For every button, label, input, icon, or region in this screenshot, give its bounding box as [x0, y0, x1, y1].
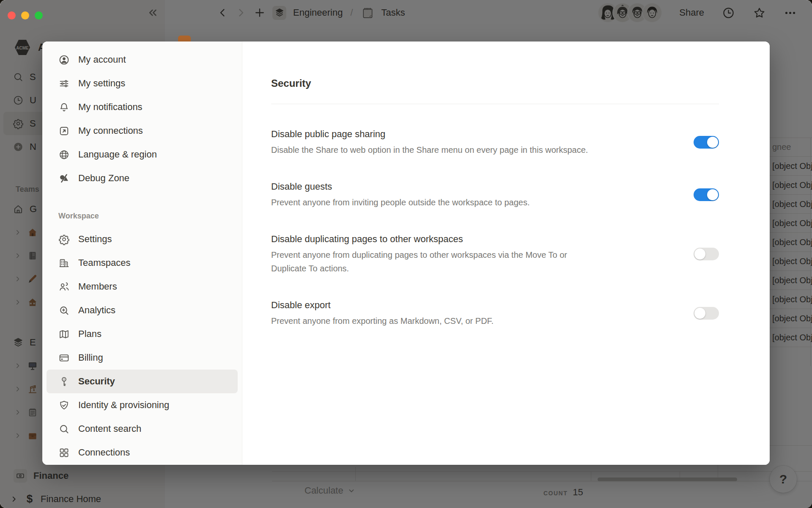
settings-sidebar-item[interactable]: Content search: [47, 417, 238, 441]
workspace-section-label: Workspace: [42, 210, 242, 222]
settings-item-label: Identity & provisioning: [78, 400, 169, 411]
settings-item-label: Security: [78, 376, 115, 387]
setting-description: Prevent anyone from inviting people outs…: [271, 196, 529, 209]
settings-item-label: My notifications: [78, 102, 143, 113]
toggle-knob: [707, 189, 718, 200]
settings-item-icon: [58, 102, 70, 113]
setting-toggle[interactable]: [694, 136, 719, 149]
setting-description: Prevent anyone from exporting as Markdow…: [271, 314, 494, 328]
settings-item-label: Content search: [78, 423, 141, 434]
security-setting-row: Disable export Prevent anyone from expor…: [271, 299, 719, 328]
settings-item-icon: [58, 400, 70, 411]
toggle-knob: [707, 137, 718, 148]
settings-page-title: Security: [271, 77, 719, 89]
settings-sidebar-item[interactable]: Teamspaces: [47, 251, 238, 275]
settings-item-label: Billing: [78, 352, 103, 363]
settings-item-icon: [58, 54, 70, 66]
settings-sidebar-item[interactable]: Analytics: [47, 298, 238, 322]
settings-modal: My account My settings My notifications …: [42, 41, 770, 465]
settings-sidebar-item[interactable]: Settings: [47, 227, 238, 251]
settings-item-label: Teamspaces: [78, 257, 131, 268]
security-setting-row: Disable public page sharing Disable the …: [271, 128, 719, 157]
settings-item-icon: [58, 352, 70, 364]
settings-item-label: Language & region: [78, 149, 157, 160]
notion-window: Engineering / Tasks Share ACME A: [0, 0, 812, 508]
settings-item-icon: [58, 329, 70, 340]
settings-item-label: Members: [78, 281, 117, 292]
settings-item-icon: [58, 234, 70, 245]
settings-item-label: Connections: [78, 447, 130, 458]
settings-sidebar-item[interactable]: Billing: [47, 346, 238, 370]
settings-item-icon: [58, 447, 70, 458]
toggle-knob: [694, 248, 705, 260]
setting-toggle[interactable]: [694, 248, 719, 260]
settings-item-icon: [58, 305, 70, 316]
settings-sidebar: My account My settings My notifications …: [42, 41, 242, 465]
security-setting-row: Disable duplicating pages to other works…: [271, 233, 719, 275]
settings-item-icon: [58, 125, 70, 137]
settings-item-icon: [58, 281, 70, 293]
traffic-minimize-button[interactable]: [21, 11, 29, 19]
settings-content: Security Disable public page sharing Dis…: [242, 41, 770, 465]
settings-item-icon: [58, 149, 70, 160]
setting-toggle[interactable]: [694, 307, 719, 320]
settings-item-label: My settings: [78, 78, 125, 89]
toggle-knob: [694, 308, 705, 319]
setting-title: Disable export: [271, 299, 494, 311]
setting-title: Disable duplicating pages to other works…: [271, 233, 593, 245]
setting-title: Disable public page sharing: [271, 128, 588, 140]
security-setting-row: Disable guests Prevent anyone from invit…: [271, 180, 719, 209]
settings-sidebar-item[interactable]: Members: [47, 275, 238, 298]
settings-item-label: Plans: [78, 329, 102, 340]
settings-sidebar-item[interactable]: My settings: [47, 72, 238, 95]
settings-item-label: Debug Zone: [78, 173, 129, 184]
divider: [271, 104, 719, 104]
settings-sidebar-item[interactable]: Security: [47, 370, 238, 393]
settings-sidebar-item[interactable]: My account: [47, 48, 238, 72]
setting-toggle[interactable]: [694, 188, 719, 201]
settings-item-label: Analytics: [78, 305, 115, 316]
setting-title: Disable guests: [271, 180, 529, 193]
settings-sidebar-item[interactable]: My connections: [47, 119, 238, 143]
settings-item-icon: [58, 173, 70, 184]
setting-text: Disable public page sharing Disable the …: [271, 128, 588, 157]
settings-item-icon: [58, 257, 70, 269]
settings-item-label: My account: [78, 54, 126, 65]
settings-sidebar-item[interactable]: Connections: [47, 441, 238, 464]
settings-item-icon: [58, 376, 70, 387]
settings-item-label: My connections: [78, 125, 143, 136]
settings-item-icon: [58, 423, 70, 435]
setting-text: Disable guests Prevent anyone from invit…: [271, 180, 529, 209]
settings-sidebar-item[interactable]: Identity & provisioning: [47, 393, 238, 417]
settings-sidebar-item[interactable]: My notifications: [47, 95, 238, 119]
setting-description: Prevent anyone from duplicating pages to…: [271, 248, 593, 275]
settings-item-label: Settings: [78, 234, 112, 245]
settings-item-icon: [58, 78, 70, 89]
settings-sidebar-item[interactable]: Debug Zone: [47, 166, 238, 190]
settings-sidebar-item[interactable]: Language & region: [47, 143, 238, 166]
setting-description: Disable the Share to web option in the S…: [271, 143, 588, 157]
traffic-zoom-button[interactable]: [35, 11, 43, 19]
settings-sidebar-item[interactable]: Plans: [47, 322, 238, 346]
traffic-close-button[interactable]: [8, 11, 16, 19]
setting-text: Disable duplicating pages to other works…: [271, 233, 593, 275]
setting-text: Disable export Prevent anyone from expor…: [271, 299, 494, 328]
